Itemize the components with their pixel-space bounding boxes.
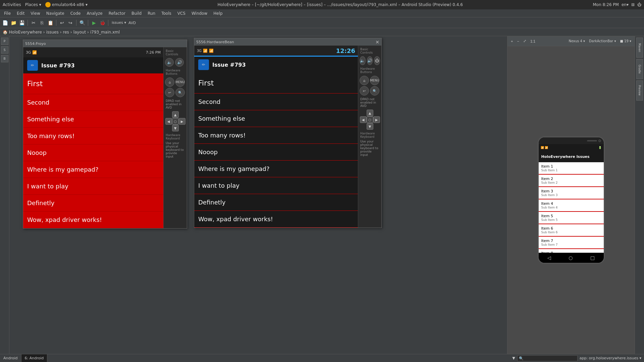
list-item[interactable]: Second [194, 94, 358, 110]
list-item[interactable]: Definetly [194, 194, 358, 211]
list-item[interactable]: Too many rows! [194, 127, 358, 144]
zoom-in-btn[interactable]: + [509, 39, 514, 44]
menu-edit[interactable]: Edit [14, 10, 27, 16]
preview-list-item[interactable]: Item 7 Sub Item 7 [539, 237, 604, 249]
preview-back-nav[interactable]: ◁ [547, 255, 551, 260]
list-item[interactable]: First [23, 73, 163, 94]
preview-list-item[interactable]: Item 3 Sub Item 3 [539, 187, 604, 199]
app-launcher[interactable]: emulator64-x86 ▾ [45, 2, 88, 7]
hbean-volume-up[interactable]: 🔊 [367, 56, 373, 65]
preview-list-item[interactable]: Item 6 Sub Item 6 [539, 224, 604, 237]
preview-recents-nav[interactable]: □ [590, 255, 595, 260]
list-item[interactable]: Where is my gamepad? [194, 161, 358, 177]
menu-navigate[interactable]: Navigate [44, 10, 67, 16]
hbean-back-btn[interactable]: ↩ [360, 86, 369, 96]
locale-selector[interactable]: en▾ [622, 2, 629, 7]
preview-list[interactable]: Item 1 Sub Item 1 Item 2 Sub Item 2 Item… [539, 162, 604, 253]
list-item[interactable]: Wow, xpad driver works! [23, 212, 163, 228]
list-item[interactable]: I want to play [23, 178, 163, 195]
hbean-volume-down[interactable]: 🔈 [360, 56, 366, 65]
zoom-out-btn[interactable]: − [516, 39, 520, 44]
menu-help[interactable]: Help [211, 10, 225, 16]
hbean-dpad-up[interactable]: ▲ [367, 110, 373, 116]
menu-build[interactable]: Build [129, 10, 144, 16]
hbean-close-btn[interactable]: × [375, 39, 379, 45]
list-item[interactable]: Second [23, 94, 163, 111]
logcat-filter-input[interactable] [517, 355, 578, 361]
toolbar-avd[interactable]: AVD [128, 19, 136, 26]
menu-file[interactable]: File [1, 10, 13, 16]
breadcrumb-file[interactable]: i793_main.xml [90, 30, 120, 35]
preview-list-item[interactable]: Item 2 Sub Item 2 [539, 175, 604, 187]
sidebar-structure-icon[interactable]: S [1, 46, 8, 54]
preview-theme-selector[interactable]: DarkActionBar ▾ [588, 39, 617, 43]
toolbar-save[interactable]: 💾 [18, 19, 25, 26]
zoom-reset-btn[interactable]: 1:1 [529, 39, 537, 44]
froyo-back-btn[interactable]: ↩ [165, 88, 174, 97]
activities-menu[interactable]: Activities [3, 2, 21, 7]
list-item[interactable]: Something else [23, 111, 163, 128]
console-filter-btn[interactable]: ▼ [512, 356, 515, 360]
hbean-dpad-down[interactable]: ▼ [367, 123, 373, 130]
toolbar-copy[interactable]: ⎘ [38, 19, 46, 26]
breadcrumb-issues[interactable]: issues [46, 30, 59, 35]
preview-device-selector[interactable]: Nexus 4 ▾ [567, 39, 586, 43]
froyo-search-btn[interactable]: 🔍 [175, 88, 185, 97]
menu-window[interactable]: Window [189, 10, 210, 16]
froyo-volume-up[interactable]: 🔊 [175, 58, 184, 67]
froyo-dpad-left[interactable]: ◀ [165, 118, 172, 125]
hbean-menu-btn[interactable]: MENU [370, 76, 379, 85]
zoom-fit-btn[interactable]: ⤢ [522, 38, 528, 44]
list-item[interactable]: Something else [194, 110, 358, 127]
list-item[interactable]: Where is my gamepad? [23, 161, 163, 178]
breadcrumb-layout[interactable]: layout [73, 30, 86, 35]
menu-code[interactable]: Code [68, 10, 84, 16]
toolbar-new[interactable]: 📄 [1, 19, 9, 26]
froyo-dpad-center[interactable]: ○ [172, 118, 179, 125]
hbean-search-btn[interactable]: 🔍 [370, 86, 379, 96]
menu-tools[interactable]: Tools [159, 10, 174, 16]
toolbar-open[interactable]: 📁 [10, 19, 17, 26]
list-item[interactable]: Nooop [194, 144, 358, 161]
toolbar-run[interactable]: ▶ [90, 19, 98, 26]
app-selector[interactable]: app: org.holoeverywhere.issues ▾ [580, 356, 641, 360]
gradle-icon[interactable]: Gradle [636, 59, 643, 79]
preview-home-nav[interactable]: ○ [569, 255, 573, 260]
froyo-home-btn[interactable]: ⌂ [165, 77, 174, 87]
froyo-menu-btn[interactable]: MENU [175, 77, 185, 87]
list-item[interactable]: Too many rows! [23, 128, 163, 144]
menu-analyze[interactable]: Analyze [84, 10, 105, 16]
toolbar-undo[interactable]: ↩ [58, 19, 66, 26]
preview-list-item[interactable]: Item 5 Sub Item 5 [539, 212, 604, 224]
maven-icon[interactable]: Maven [636, 38, 643, 58]
froyo-dpad-up[interactable]: ▲ [172, 111, 179, 118]
breadcrumb-project[interactable]: 🏠 HoloEverywhere [3, 30, 42, 35]
menu-refactor[interactable]: Refactor [106, 10, 128, 16]
places-menu[interactable]: Places ▾ [25, 2, 41, 7]
menu-vcs[interactable]: VCS [175, 10, 188, 16]
list-item[interactable]: Definetly [23, 195, 163, 212]
froyo-volume-down[interactable]: 🔈 [165, 58, 174, 67]
toolbar-paste[interactable]: 📋 [47, 19, 54, 26]
sidebar-build-icon[interactable]: B [1, 55, 8, 62]
menu-run[interactable]: Run [145, 10, 158, 16]
toolbar-redo[interactable]: ↪ [67, 19, 74, 26]
preview-api-selector[interactable]: ■ 19 ▾ [619, 39, 633, 43]
list-item[interactable]: First [194, 73, 358, 94]
froyo-dpad-down[interactable]: ▼ [172, 125, 179, 131]
list-item[interactable]: Nooop [23, 144, 163, 161]
preview-list-item[interactable]: Item 4 Sub Item 4 [539, 199, 604, 212]
preview-icon[interactable]: Preview [636, 80, 643, 101]
froyo-list[interactable]: First Second Something else Too many row… [23, 73, 163, 228]
hbean-dpad-center[interactable]: ○ [367, 116, 373, 123]
hbean-dpad-left[interactable]: ◀ [360, 116, 367, 123]
list-item[interactable]: I want to play [194, 177, 358, 194]
toolbar-search[interactable]: 🔍 [78, 19, 86, 26]
console-tab-logcat[interactable]: 6: Android [21, 354, 48, 362]
hbean-dpad[interactable]: ▲ ◀ ○ ▶ ▼ [358, 108, 381, 131]
menu-view[interactable]: View [28, 10, 43, 16]
froyo-dpad-right[interactable]: ▶ [179, 118, 185, 125]
hbean-dpad-right[interactable]: ▶ [373, 116, 380, 123]
console-tab-android[interactable]: Android [0, 354, 21, 362]
hbean-list[interactable]: First Second Something else Too many row… [194, 73, 358, 228]
